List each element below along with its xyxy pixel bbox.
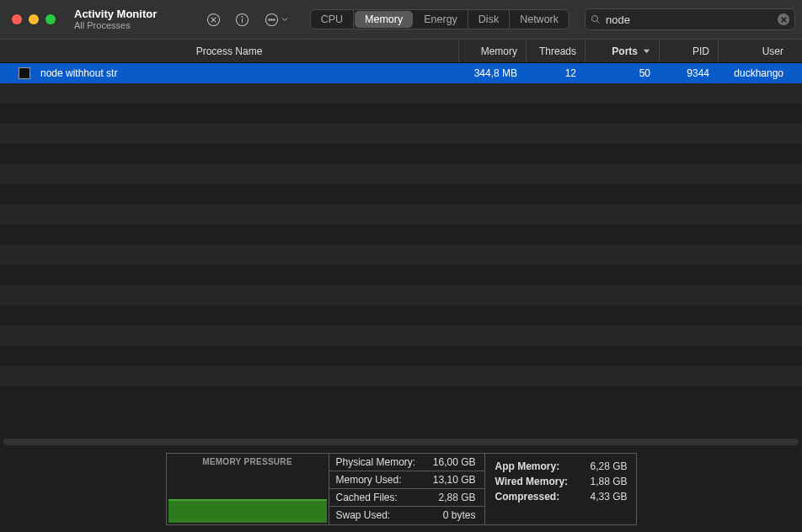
column-memory[interactable]: Memory: [458, 40, 526, 62]
tab-memory[interactable]: Memory: [355, 11, 413, 28]
cached-files-value: 2,88 GB: [438, 492, 475, 503]
tab-network[interactable]: Network: [510, 10, 569, 29]
tab-disk[interactable]: Disk: [468, 10, 510, 29]
close-icon: [781, 17, 787, 23]
tab-energy[interactable]: Energy: [414, 10, 468, 29]
memory-pressure-title: MEMORY PRESSURE: [167, 454, 329, 468]
tab-cpu[interactable]: CPU: [311, 10, 354, 29]
title-block: Activity Monitor All Processes: [74, 8, 157, 30]
horizontal-scrollbar[interactable]: [3, 439, 799, 445]
close-window-button[interactable]: [12, 14, 22, 24]
column-threads[interactable]: Threads: [526, 40, 585, 62]
svg-point-5: [242, 16, 243, 17]
wired-memory-value: 1,88 GB: [590, 476, 627, 487]
fullscreen-window-button[interactable]: [45, 14, 56, 24]
svg-line-11: [597, 21, 600, 24]
swap-used-value: 0 bytes: [443, 509, 476, 521]
column-ports-label: Ports: [612, 45, 638, 57]
column-user[interactable]: User: [718, 40, 802, 62]
user-cell: duckhango: [718, 67, 802, 79]
swap-used-label: Swap Used:: [336, 509, 391, 521]
svg-point-10: [592, 16, 598, 22]
toolbar: Activity Monitor All Processes CPU Memor…: [0, 0, 802, 39]
column-ports[interactable]: Ports: [585, 40, 659, 62]
tab-segmented-control: CPU Memory Energy Disk Network: [310, 9, 569, 29]
physical-memory-label: Physical Memory:: [336, 456, 416, 468]
sort-descending-icon: [643, 47, 650, 55]
stats-panel: MEMORY PRESSURE Physical Memory:16,00 GB…: [166, 453, 637, 525]
info-button[interactable]: [231, 8, 254, 31]
app-memory-value: 6,28 GB: [590, 460, 627, 472]
process-icon: [19, 67, 30, 79]
memory-pressure-chart: [167, 468, 329, 524]
chevron-down-icon: [281, 16, 288, 23]
wired-memory-label: Wired Memory:: [495, 476, 569, 487]
window-controls: [7, 14, 62, 24]
info-circle-icon: [235, 13, 249, 27]
column-pid[interactable]: PID: [659, 40, 718, 62]
stop-circle-icon: [206, 13, 221, 27]
process-table-body: node withhout str 344,8 MB 12 50 9344 du…: [0, 63, 802, 436]
stop-process-button[interactable]: [202, 8, 226, 31]
footer: MEMORY PRESSURE Physical Memory:16,00 GB…: [0, 448, 802, 532]
app-title: Activity Monitor: [74, 8, 157, 20]
table-header: Process Name Memory Threads Ports PID Us…: [0, 39, 802, 63]
svg-point-9: [273, 19, 274, 19]
memory-pressure-panel: MEMORY PRESSURE: [167, 454, 329, 524]
search-icon: [591, 14, 601, 24]
more-circle-icon: [265, 13, 279, 27]
compressed-label: Compressed:: [495, 491, 560, 503]
search-field[interactable]: [585, 8, 795, 30]
table-row[interactable]: node withhout str 344,8 MB 12 50 9344 du…: [0, 63, 802, 83]
clear-search-button[interactable]: [778, 13, 789, 25]
ports-cell: 50: [585, 67, 659, 79]
minimize-window-button[interactable]: [29, 14, 39, 24]
app-memory-label: App Memory:: [495, 460, 560, 472]
search-input[interactable]: [606, 13, 778, 26]
pid-cell: 9344: [659, 67, 718, 79]
memory-used-label: Memory Used:: [336, 474, 402, 486]
column-process-name[interactable]: Process Name: [0, 40, 458, 62]
threads-cell: 12: [526, 67, 585, 79]
app-subtitle: All Processes: [74, 20, 157, 30]
empty-striped-rows: [0, 83, 802, 407]
more-options-button[interactable]: [259, 8, 293, 31]
svg-point-7: [269, 19, 270, 19]
stats-column-2: App Memory:6,28 GB Wired Memory:1,88 GB …: [484, 454, 636, 524]
physical-memory-value: 16,00 GB: [433, 456, 476, 468]
memory-used-value: 13,10 GB: [433, 474, 476, 486]
process-name-cell: node withhout str: [40, 67, 117, 79]
svg-point-8: [270, 19, 271, 19]
stats-column-1: Physical Memory:16,00 GB Memory Used:13,…: [329, 454, 484, 524]
compressed-value: 4,33 GB: [590, 491, 627, 503]
cached-files-label: Cached Files:: [336, 492, 398, 503]
memory-cell: 344,8 MB: [458, 67, 526, 79]
